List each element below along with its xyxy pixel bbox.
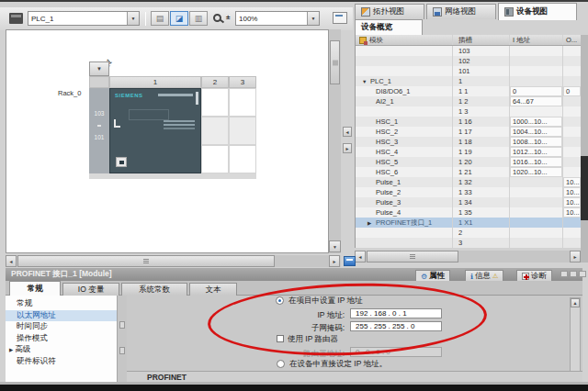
zoom-step-icon[interactable]: ± xyxy=(226,13,230,21)
table-row[interactable]: Pulse_4 1 35 10... xyxy=(356,207,581,218)
table-row[interactable]: 2 xyxy=(356,228,581,238)
slot-cell[interactable] xyxy=(229,117,256,145)
table-row[interactable]: 1 3 xyxy=(356,106,581,117)
page-options-icon[interactable] xyxy=(333,12,347,24)
chevron-down-icon[interactable]: ▼ xyxy=(127,12,139,25)
table-row[interactable]: 101 xyxy=(356,66,581,76)
table-row-profinet-selected[interactable]: ▶ PROFINET接口_1 1 X1 xyxy=(356,218,581,228)
table-row[interactable]: 3 xyxy=(356,238,581,248)
nav-scroll-mark[interactable] xyxy=(119,321,125,329)
inspector-window-button[interactable] xyxy=(570,271,577,277)
tab-topology-view[interactable]: 拓扑视图 xyxy=(355,4,424,19)
device-h-scrollbar[interactable]: ◄ ► xyxy=(6,255,341,267)
inspector-window-button[interactable] xyxy=(560,271,568,277)
table-row[interactable]: Pulse_1 1 32 10... xyxy=(356,177,581,187)
rack-dropdown-button[interactable]: ▼ xyxy=(89,61,109,76)
expand-icon: ▶ xyxy=(9,347,13,352)
zoom-level-value: 100% xyxy=(236,15,307,23)
radio-set-ip-at-device[interactable] xyxy=(277,360,285,368)
rail-slot-103: 103 xyxy=(89,110,109,117)
slot-cell[interactable] xyxy=(229,88,256,117)
grid-view-icon: ▥ xyxy=(195,14,203,23)
scrollbar-thumb[interactable] xyxy=(367,251,458,263)
scroll-right-icon[interactable]: ► xyxy=(329,255,340,267)
tab-system-constants[interactable]: 系统常数 xyxy=(121,283,187,296)
cpu-spec-lines xyxy=(164,120,195,122)
tia-portal-device-view: PLC_1 ▼ ▤ ◪ ▥ ± 100% ▼ 拓扑视图 网络视图 设备视图 设备… xyxy=(0,0,588,391)
rail-slot-101: 101 xyxy=(89,134,109,140)
cpu-edge-detail xyxy=(196,92,198,105)
device-graphic-panel: PLC_1 ▼ Rack_0 1 2 3 103 101 SIEMENS xyxy=(6,29,329,253)
expand-icon[interactable]: ▶ xyxy=(368,220,376,226)
nav-item-operating-mode[interactable]: 操作模式 xyxy=(6,333,117,345)
nav-item-hardware-id[interactable]: 硬件标识符 xyxy=(6,356,117,368)
rack-label: Rack_0 xyxy=(58,89,81,97)
nav-item-advanced[interactable]: ▶高级 xyxy=(6,344,117,356)
table-row[interactable]: HSC_5 1 20 1016...10... xyxy=(356,157,581,167)
device-overview-table: 模块 插槽 I 地址 O... 103 102 101 ▼ PLC_1 1 xyxy=(355,35,581,248)
scroll-right-icon[interactable]: ► xyxy=(570,251,581,263)
scroll-down-icon[interactable]: ▼ xyxy=(329,240,341,252)
table-row[interactable]: DI8/DO6_1 1 1 0 0 xyxy=(356,86,581,96)
slot-cell[interactable] xyxy=(229,145,256,173)
table-h-scrollbar[interactable]: ◄ ► xyxy=(355,251,581,263)
properties-nav: 常规 以太网地址 时间同步 操作模式 ▶高级 硬件标识符 xyxy=(6,296,118,382)
device-view-toolbar: PLC_1 ▼ ▤ ◪ ▥ ± 100% ▼ xyxy=(0,7,353,30)
scrollbar-thumb[interactable] xyxy=(17,255,275,267)
module-icon xyxy=(359,37,367,44)
view-toggle-rack-button[interactable]: ▤ xyxy=(151,11,169,26)
nav-item-time-sync[interactable]: 时间同步 xyxy=(6,321,117,333)
table-row[interactable]: 102 xyxy=(356,56,581,66)
table-row[interactable]: Pulse_2 1 33 10... xyxy=(356,187,581,197)
cpu-led-marks xyxy=(114,119,120,128)
content-v-scrollbar[interactable]: ▲ xyxy=(570,297,581,380)
scrollbar-thumb[interactable] xyxy=(581,156,588,220)
table-row[interactable]: HSC_1 1 16 1000...10... xyxy=(356,117,581,127)
tab-general[interactable]: 常规 xyxy=(9,281,61,296)
tab-texts[interactable]: 文本 xyxy=(189,283,237,296)
zoom-magnifier-icon[interactable] xyxy=(213,14,221,22)
tab-device-overview[interactable]: 设备概览 xyxy=(355,19,423,35)
scroll-left-icon[interactable]: ◄ xyxy=(355,251,366,263)
splitter-collapse-right-icon[interactable]: ► xyxy=(343,143,352,153)
tab-io-tags[interactable]: IO 变量 xyxy=(62,283,119,296)
table-row-plc[interactable]: ▼ PLC_1 1 xyxy=(356,76,581,86)
table-row[interactable]: AI2_1 1 2 64...67 xyxy=(356,96,581,106)
nav-scroll-mark[interactable] xyxy=(119,347,125,354)
table-row[interactable]: Pulse_3 1 34 10... xyxy=(356,197,581,207)
collapse-icon[interactable]: ▼ xyxy=(362,79,370,84)
column-slot: 插槽 xyxy=(453,35,510,45)
nav-item-general[interactable]: 常规 xyxy=(6,298,117,310)
table-row[interactable]: HSC_3 1 18 1008...10... xyxy=(356,137,581,147)
tab-device-view[interactable]: 设备视图 xyxy=(498,3,577,20)
table-row[interactable]: 103 xyxy=(356,46,581,56)
table-v-scrollbar[interactable] xyxy=(581,35,588,263)
nav-item-ethernet-addresses[interactable]: 以太网地址 xyxy=(6,310,117,322)
nav-scroll-strip[interactable] xyxy=(118,296,127,382)
tab-network-view[interactable]: 网络视图 xyxy=(426,4,496,19)
chevron-down-icon[interactable]: ▼ xyxy=(307,12,319,25)
device-select-combobox[interactable]: PLC_1 ▼ xyxy=(28,11,140,26)
slot-cell[interactable] xyxy=(201,88,229,117)
splitter-collapse-left-icon[interactable]: ◄ xyxy=(343,127,352,137)
table-row[interactable]: HSC_2 1 17 1004...10... xyxy=(356,127,581,137)
inspector-window-button[interactable] xyxy=(579,271,586,277)
scrollbar-thumb[interactable] xyxy=(330,40,340,84)
cpu-module[interactable]: SIEMENS xyxy=(109,88,201,173)
scroll-up-icon[interactable]: ▲ xyxy=(571,298,580,307)
table-row[interactable]: HSC_4 1 19 1012...10... xyxy=(356,147,581,157)
scroll-left-icon[interactable]: ◄ xyxy=(6,255,17,267)
fit-to-view-icon[interactable] xyxy=(344,256,356,266)
slot-cell[interactable] xyxy=(201,117,229,145)
slot-header-3: 3 xyxy=(229,76,256,88)
view-toggle-module-button[interactable]: ◪ xyxy=(170,11,188,26)
zoom-level-combobox[interactable]: 100% ▼ xyxy=(235,11,320,26)
device-v-scrollbar[interactable]: ▼ xyxy=(329,29,341,253)
rack-module-icon xyxy=(9,13,23,24)
slot-cell[interactable] xyxy=(201,145,229,173)
device-view-icon xyxy=(504,7,514,17)
view-toggle-grid-button[interactable]: ▥ xyxy=(189,11,208,26)
table-row[interactable]: HSC_6 1 21 1020...10... xyxy=(356,167,581,177)
column-q-address: O... xyxy=(563,35,581,45)
slot-header-1: 1 xyxy=(109,76,201,88)
